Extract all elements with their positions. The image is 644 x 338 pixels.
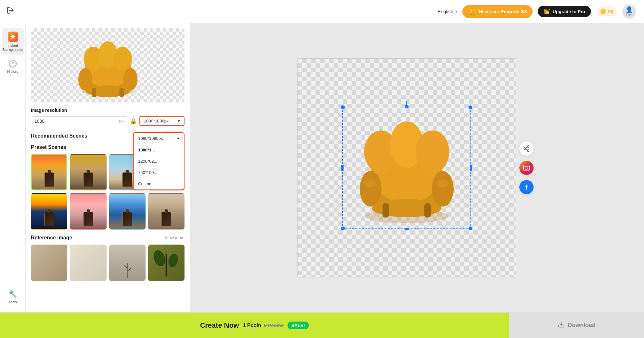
dropdown-item-1080[interactable]: 1080*1... [134, 144, 184, 156]
handle-bottom-left[interactable] [341, 227, 345, 230]
reference-view-more[interactable]: View more [165, 235, 185, 240]
recommended-scenes-title: Recommended Scenes [31, 133, 87, 139]
price-current: 1 Pcoin [243, 323, 261, 328]
svg-point-22 [360, 171, 382, 207]
resolution-dropdown-trigger[interactable]: 1080*1080px ▾ [139, 116, 185, 126]
canvas-background[interactable] [297, 58, 516, 277]
handle-middle-left[interactable] [341, 165, 344, 171]
svg-point-34 [527, 150, 529, 151]
facebook-button[interactable]: f [519, 180, 534, 194]
bottom-bar: Create Now 1 Pcoin 5 Pcoins SALE! Downlo… [0, 312, 644, 338]
ref-thumb-1[interactable] [31, 245, 67, 281]
instagram-button[interactable] [519, 161, 534, 175]
scene-thumb-8[interactable] [148, 193, 185, 229]
language-chevron: ▾ [455, 9, 457, 14]
svg-point-33 [524, 148, 526, 150]
dropdown-item-label: 1080*1... [138, 148, 155, 152]
ref-thumb-3[interactable] [109, 245, 146, 281]
width-input-wrapper[interactable]: px [31, 116, 127, 126]
resolution-section: Image resolution px 🔒 1080*1080px ▾ 1080… [31, 108, 185, 126]
svg-point-31 [437, 179, 449, 187]
download-icon [558, 321, 565, 330]
ref-thumb-2[interactable] [70, 245, 106, 281]
share-button[interactable] [519, 141, 534, 156]
upgrade-button[interactable]: 👑 Upgrade to Pro [538, 6, 591, 17]
scene-thumb-2[interactable] [70, 154, 106, 190]
width-input[interactable] [34, 119, 118, 124]
scene-product-3 [122, 172, 132, 187]
avatar-icon: 👤 [626, 6, 633, 13]
svg-point-38 [525, 166, 528, 169]
dropdown-item-custom-label: Custom [138, 181, 153, 186]
svg-point-26 [416, 130, 449, 173]
handle-top-center[interactable] [405, 105, 409, 108]
scene-product-5 [44, 212, 54, 226]
sidebar-item-history[interactable]: 🕐 History [2, 56, 24, 77]
svg-rect-37 [524, 165, 529, 170]
preset-scenes-title: Preset Scenes [31, 144, 66, 150]
dropdown-item-label: 1200*62... [138, 159, 157, 164]
coins-badge[interactable]: 🪙 93 [596, 6, 617, 16]
resolution-dropdown-chevron: ▾ [178, 119, 180, 123]
canvas-chair-image [346, 110, 468, 226]
user-avatar[interactable]: 👤 Free [622, 5, 636, 19]
handle-top-right[interactable] [469, 105, 472, 109]
download-label: Download [568, 322, 596, 329]
resolution-dropdown-value: 1080*1080px [144, 119, 169, 123]
download-button[interactable]: Download [509, 313, 644, 338]
resolution-dropdown-menu: 1080*1080px ▾ 1080*1... 1200*62... 750*1… [133, 132, 185, 190]
dropdown-item-custom[interactable]: Custom [134, 178, 184, 189]
coins-count: 93 [608, 9, 613, 14]
sidebar-item-instant-backgrounds[interactable]: Instant Backgrounds [2, 28, 24, 55]
price-row: 1 Pcoin 5 Pcoins [243, 323, 284, 328]
scene-product-6 [83, 212, 93, 226]
lock-icon[interactable]: 🔒 [130, 118, 137, 125]
svg-point-9 [113, 47, 132, 71]
instant-backgrounds-icon [8, 32, 18, 42]
svg-line-15 [127, 268, 131, 271]
sidebar-instant-label: Instant Backgrounds [2, 43, 23, 52]
scene-product-8 [161, 212, 171, 226]
coin-icon: 🪙 [600, 8, 606, 14]
handle-top-left[interactable] [341, 105, 345, 109]
price-original: 5 Pcoins [264, 323, 284, 328]
handle-bottom-right[interactable] [469, 227, 472, 230]
svg-line-14 [123, 265, 127, 268]
right-action-panel: f [516, 136, 537, 199]
chair-preview-image [66, 32, 150, 99]
image-preview [31, 28, 185, 102]
handle-middle-right[interactable] [470, 165, 472, 171]
sidebar-item-tools[interactable]: 🔧 Tools [2, 287, 24, 307]
scene-thumb-5[interactable] [31, 193, 67, 229]
svg-point-39 [528, 166, 529, 167]
logout-button[interactable] [6, 6, 14, 16]
svg-marker-1 [10, 34, 16, 39]
rewards-label: New User Rewards 2/5 [479, 9, 527, 14]
language-selector[interactable]: English ▾ [438, 9, 457, 14]
crown-icon: 👑 [544, 8, 550, 14]
sale-badge: SALE! [288, 322, 309, 329]
handle-bottom-center[interactable] [405, 228, 409, 230]
scene-product-2 [83, 172, 93, 187]
svg-point-32 [527, 145, 529, 147]
create-now-label: Create Now [200, 321, 239, 330]
history-icon: 🕐 [8, 60, 17, 68]
dropdown-item-1200[interactable]: 1200*62... [134, 156, 184, 167]
dropdown-item-750[interactable]: 750*100... [134, 167, 184, 178]
user-label: Free [626, 13, 633, 17]
svg-point-30 [365, 179, 376, 187]
ref-thumb-4[interactable] [148, 245, 185, 281]
scene-thumb-7[interactable] [109, 193, 146, 229]
scene-thumb-1[interactable] [31, 154, 67, 190]
svg-rect-28 [383, 203, 389, 217]
canvas-area: f [190, 23, 644, 312]
rewards-button[interactable]: 🏆 New User Rewards 2/5 [462, 5, 533, 18]
sidebar-history-label: History [7, 70, 18, 74]
scene-thumb-6[interactable] [70, 193, 106, 229]
svg-point-18 [167, 253, 179, 268]
svg-point-5 [78, 68, 92, 91]
svg-point-17 [151, 248, 167, 268]
scene-product-7 [122, 212, 132, 226]
create-now-button[interactable]: Create Now 1 Pcoin 5 Pcoins SALE! [0, 313, 509, 338]
trophy-icon: 🏆 [468, 8, 476, 15]
